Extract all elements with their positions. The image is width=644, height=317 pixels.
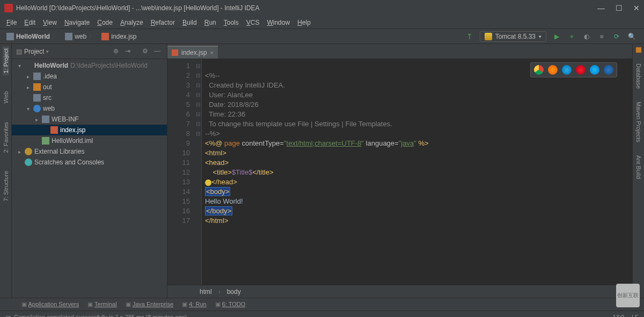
stop-button[interactable]: ■ <box>597 32 606 41</box>
chrome-icon[interactable] <box>534 65 544 75</box>
ie-icon[interactable] <box>590 65 599 75</box>
editor-tab-index-jsp[interactable]: index.jsp × <box>167 46 218 59</box>
project-panel-header: ▤ Project ▾ ⊕ ⇥ ⚙ — <box>12 44 167 59</box>
tree-item-external-libraries[interactable]: ▸External Libraries <box>12 146 167 157</box>
right-tab-ant-build[interactable]: Ant Build <box>635 153 642 181</box>
tool----todo[interactable]: ▣ 6: TODO <box>215 301 246 308</box>
bottom-tool-strip: ▣ Application Servers▣ Terminal▣ Java En… <box>0 298 644 311</box>
crumb-html[interactable]: html <box>200 288 212 296</box>
source-code[interactable]: <%-- Created by IntelliJ IDEA. User: Ala… <box>202 59 632 285</box>
scratch-icon <box>25 158 32 166</box>
opera-icon[interactable] <box>576 65 586 75</box>
database-icon <box>636 47 641 53</box>
crumb-body[interactable]: body <box>227 288 241 296</box>
menu-vcs[interactable]: VCS <box>243 18 263 27</box>
run-config-label: Tomcat 8.5.33 <box>495 33 536 40</box>
web-icon <box>33 105 41 112</box>
caret-position[interactable]: 13:9 <box>613 314 624 318</box>
code-editor[interactable]: 1234567891011121314151617 ⊟⊟⊟⊟⊟⊟⊟⊟ <%-- … <box>167 59 632 285</box>
menu-tools[interactable]: Tools <box>221 18 242 27</box>
menu-navigate[interactable]: Navigate <box>61 18 93 27</box>
left-tab----structure[interactable]: 7: Structure <box>3 169 9 204</box>
debug-button[interactable]: ⌖ <box>567 32 576 41</box>
jsp-icon <box>101 33 109 40</box>
close-button[interactable]: ✕ <box>633 4 640 12</box>
hide-icon[interactable]: — <box>154 47 163 56</box>
project-panel-title: Project <box>24 48 44 55</box>
menu-refactor[interactable]: Refactor <box>148 18 178 27</box>
menu-analyze[interactable]: Analyze <box>117 18 147 27</box>
right-tool-rail: DatabaseMaven ProjectsAnt Build <box>632 44 644 298</box>
run-button[interactable]: ▶ <box>552 32 561 41</box>
menu-view[interactable]: View <box>40 18 60 27</box>
locate-icon[interactable]: ⊕ <box>113 47 122 56</box>
menu-help[interactable]: Help <box>294 18 314 27</box>
left-tab-web[interactable]: Web <box>3 89 9 105</box>
run-config-selector[interactable]: Tomcat 8.5.33 ▾ <box>480 31 546 42</box>
edge-icon[interactable] <box>604 65 613 75</box>
left-tool-rail: 1: ProjectWeb2: Favorites7: Structure <box>0 44 12 298</box>
tree-item-web-inf[interactable]: ▸WEB-INF <box>12 114 167 125</box>
menu-code[interactable]: Code <box>94 18 116 27</box>
maximize-button[interactable]: ☐ <box>616 4 623 12</box>
menu-bar: FileEditViewNavigateCodeAnalyzeRefactorB… <box>0 16 644 29</box>
tree-item-out[interactable]: ▸out <box>12 82 167 92</box>
chevron-down-icon[interactable]: ▾ <box>46 49 49 54</box>
status-message: Compilation completed successfully in 1 … <box>14 314 187 318</box>
lib-icon <box>25 148 32 155</box>
tool----run[interactable]: ▣ 4: Run <box>182 301 206 308</box>
tool-terminal[interactable]: ▣ Terminal <box>87 301 116 308</box>
editor-area: index.jsp × 1234567891011121314151617 ⊟⊟… <box>167 44 632 298</box>
project-tree[interactable]: ▾HelloWorld D:\IdeaProjects\HelloWorld▸.… <box>12 59 167 298</box>
tree-item-web[interactable]: ▾web <box>12 103 167 114</box>
build-icon[interactable]: ⤒ <box>465 32 474 41</box>
tree-item--idea[interactable]: ▸.idea <box>12 71 167 82</box>
status-bar-icon[interactable]: ▭ <box>5 313 11 317</box>
menu-file[interactable]: File <box>3 18 20 27</box>
menu-window[interactable]: Window <box>264 18 293 27</box>
line-gutter: 1234567891011121314151617 <box>167 59 194 285</box>
search-everywhere-icon[interactable]: 🔍 <box>627 32 636 41</box>
tool-java-enterprise[interactable]: ▣ Java Enterprise <box>126 301 174 308</box>
tool-application-servers[interactable]: ▣ Application Servers <box>21 301 79 308</box>
breadcrumb-index.jsp[interactable]: index.jsp <box>98 32 140 41</box>
jsp-icon <box>50 126 58 134</box>
jsp-icon <box>172 49 178 56</box>
close-tab-icon[interactable]: × <box>210 49 213 56</box>
right-tab-maven-projects[interactable]: Maven Projects <box>635 99 642 145</box>
window-title: HelloWorld [D:\IdeaProjects\HelloWorld] … <box>16 4 597 12</box>
right-tab-database[interactable]: Database <box>635 61 642 91</box>
menu-build[interactable]: Build <box>179 18 200 27</box>
folder-icon <box>33 94 41 102</box>
fold-gutter[interactable]: ⊟⊟⊟⊟⊟⊟⊟⊟ <box>194 59 202 285</box>
tree-item-src[interactable]: src <box>12 92 167 103</box>
navigation-bar: HelloWorld〉web〉index.jsp ⤒ Tomcat 8.5.33… <box>0 29 644 44</box>
collapse-icon[interactable]: ⇥ <box>125 47 134 56</box>
tree-item-helloworld[interactable]: ▾HelloWorld D:\IdeaProjects\HelloWorld <box>12 60 167 71</box>
menu-edit[interactable]: Edit <box>21 18 39 27</box>
gear-icon[interactable]: ⚙ <box>142 47 151 56</box>
iml-icon <box>42 137 49 145</box>
left-tab----project[interactable]: 1: Project <box>3 46 9 75</box>
ofolder-icon <box>33 83 41 91</box>
app-icon <box>4 4 13 12</box>
left-tab----favorites[interactable]: 2: Favorites <box>3 120 9 155</box>
breadcrumb-web[interactable]: web〉 <box>62 32 98 41</box>
tree-item-scratches-and-consoles[interactable]: Scratches and Consoles <box>12 157 167 168</box>
safari-icon[interactable] <box>562 65 572 75</box>
firefox-icon[interactable] <box>548 65 558 75</box>
tree-item-index-jsp[interactable]: index.jsp <box>12 125 167 135</box>
chevron-down-icon: ▾ <box>539 34 541 39</box>
coverage-button[interactable]: ◐ <box>582 32 591 41</box>
structure-breadcrumbs: html › body <box>167 285 632 298</box>
title-bar: HelloWorld [D:\IdeaProjects\HelloWorld] … <box>0 0 644 16</box>
watermark-logo: 创新互联 <box>616 284 640 307</box>
folder-icon <box>33 73 41 80</box>
intention-bulb-icon[interactable] <box>205 179 211 186</box>
minimize-button[interactable]: — <box>597 4 605 12</box>
breadcrumb-helloworld[interactable]: HelloWorld〉 <box>3 32 62 41</box>
menu-run[interactable]: Run <box>201 18 219 27</box>
update-button[interactable]: ⟳ <box>612 32 621 41</box>
line-ending[interactable]: LF <box>632 314 639 318</box>
tree-item-helloworld-iml[interactable]: HelloWorld.iml <box>12 135 167 146</box>
